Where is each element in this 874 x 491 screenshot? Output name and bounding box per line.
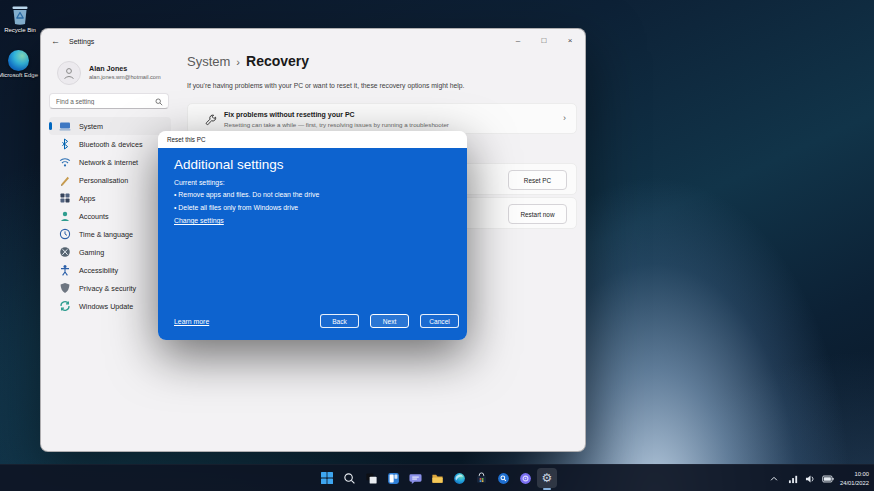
restart-now-button[interactable]: Restart now (508, 204, 567, 224)
clock-time: 10:00 (840, 470, 869, 478)
paintbrush-icon (59, 174, 71, 186)
learn-more-link[interactable]: Learn more (174, 318, 209, 325)
sidebar-label: Accessibility (79, 266, 118, 275)
minimize-button[interactable]: – (505, 31, 531, 49)
sidebar-label: Accounts (79, 212, 109, 221)
window-controls: – □ × (505, 31, 583, 49)
recycle-bin-label: Recycle Bin (4, 27, 36, 33)
dialog-buttons: Back Next Cancel (320, 314, 459, 328)
chat-bubble-icon (409, 472, 422, 485)
chat-button[interactable] (405, 468, 425, 488)
edge-icon (453, 472, 466, 485)
dialog-body: Additional settings Current settings: • … (158, 148, 467, 340)
edge-shortcut[interactable]: Microsoft Edge (0, 50, 40, 80)
taskbar-search-button[interactable] (339, 468, 359, 488)
sidebar-item-windows-update[interactable]: Windows Update (49, 297, 171, 315)
sidebar-item-system[interactable]: System (49, 117, 171, 135)
person-icon (62, 66, 76, 80)
system-icon (59, 120, 71, 132)
setting-bullet-text: Delete all files only from Windows drive (178, 204, 298, 211)
volume-icon[interactable] (805, 474, 816, 484)
close-button[interactable]: × (557, 31, 583, 49)
sidebar-label: System (79, 122, 103, 131)
task-view-icon (365, 472, 378, 485)
troubleshoot-title: Fix problems without resetting your PC (224, 111, 355, 118)
app-icon-purple[interactable] (515, 468, 535, 488)
edge-icon (8, 50, 29, 71)
back-button[interactable]: Back (320, 314, 359, 328)
sidebar-item-apps[interactable]: Apps (49, 189, 171, 207)
shield-icon (59, 282, 71, 294)
wifi-icon (59, 156, 71, 168)
next-button[interactable]: Next (370, 314, 409, 328)
change-settings-link[interactable]: Change settings (174, 217, 224, 224)
settings-sidebar: System Bluetooth & devices Network & int… (49, 117, 171, 315)
xbox-icon (59, 246, 71, 258)
breadcrumb-system[interactable]: System (187, 54, 230, 69)
sidebar-item-accessibility[interactable]: Accessibility (49, 261, 171, 279)
widgets-button[interactable] (383, 468, 403, 488)
clock-date-value: 24/01/2022 (840, 479, 869, 487)
bullet-glyph: • (174, 191, 176, 198)
chevron-up-icon[interactable] (769, 474, 779, 484)
reset-this-pc-dialog: Reset this PC Additional settings Curren… (158, 131, 467, 340)
sidebar-label: Privacy & security (79, 284, 136, 293)
sidebar-item-gaming[interactable]: Gaming (49, 243, 171, 261)
window-title: Settings (69, 38, 94, 45)
sidebar-item-accounts[interactable]: Accounts (49, 207, 171, 225)
back-button[interactable]: ← (51, 36, 60, 46)
account-avatar[interactable] (57, 61, 81, 85)
sidebar-label: Time & language (79, 230, 133, 239)
microsoft-store-button[interactable] (471, 468, 491, 488)
edge-shortcut-label: Microsoft Edge (0, 72, 38, 78)
windows-logo-icon (320, 471, 334, 485)
purple-app-icon (519, 472, 532, 485)
bluetooth-icon (59, 138, 71, 150)
troubleshoot-subtitle: Resetting can take a while — first, try … (224, 121, 449, 128)
network-signal-icon[interactable] (788, 474, 799, 484)
sidebar-label: Gaming (79, 248, 104, 257)
troubleshoot-card[interactable]: Fix problems without resetting your PC R… (187, 103, 577, 134)
sidebar-item-time-language[interactable]: Time & language (49, 225, 171, 243)
task-view-button[interactable] (361, 468, 381, 488)
sidebar-item-network-internet[interactable]: Network & internet (49, 153, 171, 171)
setting-bullet-text: Remove apps and files. Do not clean the … (178, 191, 319, 198)
update-arrows-icon (59, 300, 71, 312)
battery-icon[interactable] (822, 474, 834, 484)
sidebar-item-personalisation[interactable]: Personalisation (49, 171, 171, 189)
sidebar-item-privacy-security[interactable]: Privacy & security (49, 279, 171, 297)
chevron-right-icon: › (236, 56, 240, 68)
start-button[interactable] (317, 468, 337, 488)
clock-date[interactable]: 10:00 24/01/2022 (840, 470, 869, 487)
edge-button[interactable] (449, 468, 469, 488)
system-tray: 10:00 24/01/2022 (769, 465, 869, 491)
search-icon (155, 98, 163, 106)
active-app-indicator (543, 488, 551, 490)
maximize-button[interactable]: □ (531, 31, 557, 49)
settings-search (49, 93, 169, 109)
sidebar-label: Windows Update (79, 302, 133, 311)
settings-taskbar-button[interactable]: ⚙ (537, 468, 557, 488)
cancel-button[interactable]: Cancel (420, 314, 459, 328)
account-name: Alan Jones (89, 64, 127, 73)
dialog-heading: Additional settings (174, 157, 284, 172)
bullet-glyph: • (174, 204, 176, 211)
apps-grid-icon (59, 192, 71, 204)
current-settings-label: Current settings: (174, 179, 225, 186)
taskbar-center-icons: ⚙ (317, 468, 557, 488)
widgets-icon (387, 472, 400, 485)
folder-icon (431, 472, 444, 485)
recycle-bin-icon (9, 3, 31, 26)
app-icon-blue-magnifier[interactable] (493, 468, 513, 488)
breadcrumb: System › Recovery (187, 53, 309, 69)
search-input[interactable] (56, 95, 154, 107)
setting-bullet: • Delete all files only from Windows dri… (174, 204, 298, 211)
store-bag-icon (475, 472, 488, 485)
accounts-person-icon (59, 210, 71, 222)
file-explorer-button[interactable] (427, 468, 447, 488)
recycle-bin-shortcut[interactable]: Recycle Bin (0, 3, 42, 35)
accessibility-icon (59, 264, 71, 276)
sidebar-item-bluetooth-devices[interactable]: Bluetooth & devices (49, 135, 171, 153)
reset-pc-button[interactable]: Reset PC (508, 170, 567, 190)
taskbar: ⚙ 10:00 24/01 (0, 464, 874, 491)
